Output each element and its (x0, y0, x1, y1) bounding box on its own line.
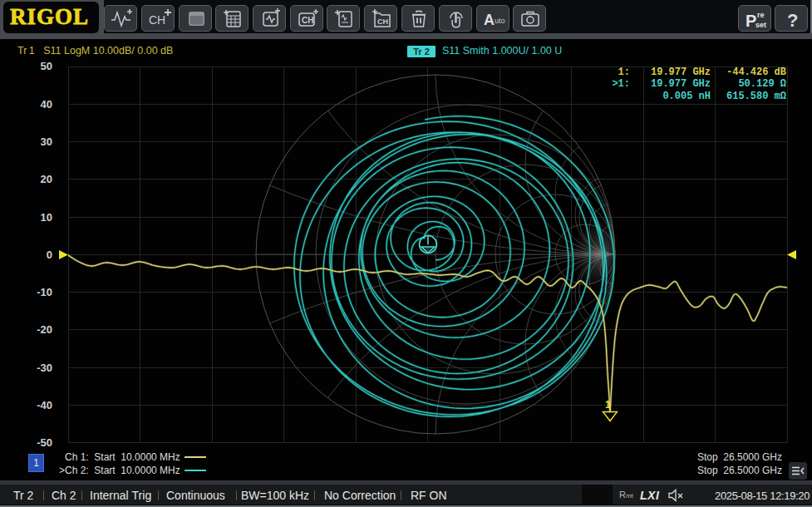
svg-text:1: 1 (605, 399, 611, 411)
